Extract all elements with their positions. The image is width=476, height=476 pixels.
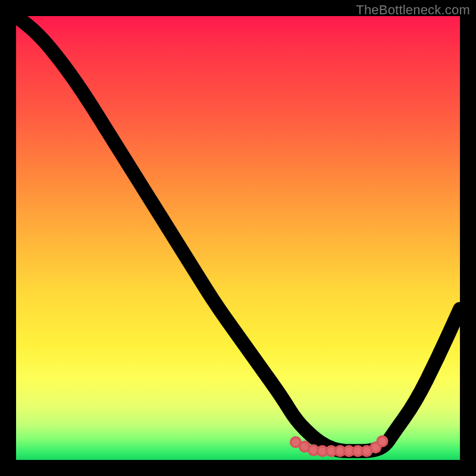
curve-svg xyxy=(16,16,460,460)
plot-area xyxy=(16,16,460,460)
optimal-dot xyxy=(377,436,387,446)
bottleneck-curve xyxy=(16,16,460,451)
chart-frame: TheBottleneck.com xyxy=(0,0,476,476)
